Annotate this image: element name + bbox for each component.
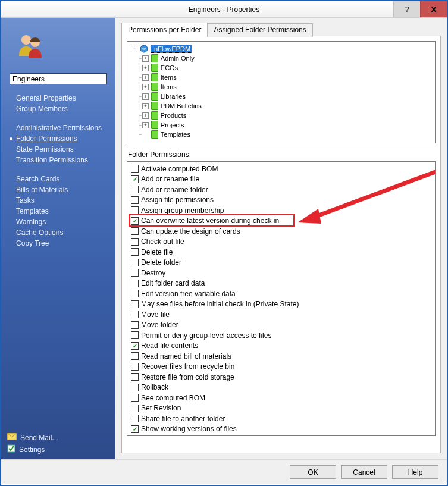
tab-assigned-folder-permissions[interactable]: Assigned Folder Permissions: [207, 23, 312, 37]
permission-row[interactable]: May see files before initial check in (P…: [131, 299, 431, 310]
permission-row[interactable]: Edit folder card data: [131, 278, 431, 289]
checkbox[interactable]: [131, 280, 139, 287]
tab-permissions-per-folder[interactable]: Permissions per Folder: [121, 23, 208, 36]
nav-item-copy-tree[interactable]: Copy Tree: [10, 238, 115, 249]
tree-item[interactable]: ├+Libraries: [129, 92, 434, 101]
tree-expand-icon[interactable]: +: [142, 93, 149, 100]
nav-item-group-members[interactable]: Group Members: [10, 104, 115, 114]
help-button[interactable]: ?: [393, 1, 420, 17]
checkbox[interactable]: [131, 259, 139, 266]
checkbox[interactable]: [131, 186, 139, 193]
nav-item-folder-permissions[interactable]: Folder Permissions: [10, 133, 115, 144]
permission-row[interactable]: Can overwrite latest version during chec…: [131, 216, 431, 227]
permission-row[interactable]: Set Revision: [131, 403, 431, 414]
checkbox[interactable]: [131, 394, 139, 402]
permission-row[interactable]: Rollback: [131, 382, 431, 393]
permissions-list[interactable]: Activate computed BOMAdd or rename fileA…: [127, 161, 436, 436]
permission-row[interactable]: Assign group membership: [131, 205, 431, 216]
permission-label: Add or rename folder: [141, 186, 208, 194]
tree-expand-icon[interactable]: +: [142, 65, 149, 71]
checkbox[interactable]: [131, 384, 139, 391]
tree-item[interactable]: ├+Items: [129, 73, 434, 82]
nav-item-label: Cache Options: [16, 228, 63, 237]
tree-item[interactable]: ├+Admin Only: [129, 54, 434, 63]
checkbox[interactable]: [131, 425, 139, 433]
tree-expand-icon[interactable]: +: [142, 112, 149, 119]
tree-expand-icon[interactable]: +: [142, 74, 149, 81]
close-button[interactable]: X: [420, 1, 447, 17]
checkbox[interactable]: [131, 175, 139, 183]
permission-row[interactable]: Activate computed BOM: [131, 164, 431, 174]
permission-row[interactable]: Assign file permissions: [131, 195, 431, 206]
permission-row[interactable]: Add or rename file: [131, 174, 431, 185]
checkbox[interactable]: [131, 238, 139, 246]
checkbox[interactable]: [131, 321, 139, 329]
nav-item-bills-of-materials[interactable]: Bills of Materials: [10, 184, 115, 195]
send-mail-link[interactable]: Send Mail...: [7, 432, 115, 443]
permission-row[interactable]: Delete file: [131, 247, 431, 258]
permission-row[interactable]: See computed BOM: [131, 393, 431, 403]
checkbox[interactable]: [131, 300, 139, 308]
tree-root-label[interactable]: InFlowEPDM: [151, 45, 192, 53]
checkbox[interactable]: [131, 415, 139, 422]
permission-row[interactable]: Move file: [131, 309, 431, 320]
permission-row[interactable]: Permit or deny group-level access to fil…: [131, 330, 431, 341]
nav-item-state-permissions[interactable]: State Permissions: [10, 144, 115, 155]
nav-item-warnings[interactable]: Warnings: [10, 217, 115, 227]
permission-row[interactable]: Add or rename folder: [131, 184, 431, 195]
tree-expand-icon[interactable]: +: [142, 84, 149, 90]
cancel-button[interactable]: Cancel: [341, 465, 387, 479]
tree-item[interactable]: ├+PDM Bulletins: [129, 101, 434, 111]
checkbox[interactable]: [131, 227, 139, 235]
permission-row[interactable]: Restore file from cold storage: [131, 372, 431, 382]
settings-link[interactable]: Settings: [7, 443, 115, 456]
checkbox[interactable]: [131, 352, 139, 360]
tree-item[interactable]: ├+Items: [129, 82, 434, 92]
nav-item-general-properties[interactable]: General Properties: [10, 93, 115, 104]
checkbox[interactable]: [131, 269, 139, 277]
nav-item-cache-options[interactable]: Cache Options: [10, 227, 115, 238]
permission-row[interactable]: Read named bill of materials: [131, 351, 431, 362]
permission-row[interactable]: Can update the design of cards: [131, 226, 431, 237]
checkbox[interactable]: [131, 248, 139, 256]
nav-item-administrative-permissions[interactable]: Administrative Permissions: [10, 123, 115, 133]
permission-row[interactable]: Show working versions of files: [131, 424, 431, 435]
checkbox[interactable]: [131, 196, 139, 204]
window-controls: ? X: [393, 1, 447, 17]
nav-item-templates[interactable]: Templates: [10, 206, 115, 217]
checkbox[interactable]: [131, 363, 139, 371]
ok-button[interactable]: OK: [290, 465, 336, 479]
help-button-footer[interactable]: Help: [392, 465, 438, 479]
permission-row[interactable]: Move folder: [131, 320, 431, 331]
nav-item-search-cards[interactable]: Search Cards: [10, 174, 115, 184]
folder-tree[interactable]: −InFlowEPDM├+Admin Only├+ECOs├+Items├+It…: [127, 41, 436, 143]
tree-item[interactable]: ├+Projects: [129, 120, 434, 130]
checkbox[interactable]: [131, 405, 139, 412]
checkbox[interactable]: [131, 290, 139, 297]
permission-row[interactable]: Read file contents: [131, 341, 431, 352]
nav-item-transition-permissions[interactable]: Transition Permissions: [10, 155, 115, 165]
checkbox[interactable]: [131, 331, 139, 339]
permission-row[interactable]: Destroy: [131, 268, 431, 278]
tree-collapse-icon[interactable]: −: [131, 46, 137, 52]
tree-item[interactable]: └Templates: [129, 130, 434, 139]
tree-expand-icon[interactable]: +: [142, 55, 149, 62]
checkbox[interactable]: [131, 206, 139, 214]
tree-expand-icon[interactable]: +: [142, 103, 149, 109]
permission-label: Read file contents: [141, 341, 198, 350]
permission-row[interactable]: Check out file: [131, 237, 431, 247]
permission-row[interactable]: Edit version free variable data: [131, 289, 431, 299]
nav-item-tasks[interactable]: Tasks: [10, 195, 115, 206]
permission-row[interactable]: Recover files from recycle bin: [131, 362, 431, 372]
checkbox[interactable]: [131, 373, 139, 381]
permission-row[interactable]: Share file to another folder: [131, 413, 431, 424]
group-name-input[interactable]: [10, 73, 107, 84]
checkbox[interactable]: [131, 165, 139, 173]
tree-expand-icon[interactable]: +: [142, 122, 149, 128]
checkbox[interactable]: [131, 342, 139, 350]
permission-row[interactable]: Delete folder: [131, 258, 431, 268]
checkbox[interactable]: [131, 311, 139, 318]
tree-item[interactable]: ├+ECOs: [129, 63, 434, 73]
checkbox[interactable]: [131, 217, 139, 225]
tree-item[interactable]: ├+Products: [129, 111, 434, 120]
